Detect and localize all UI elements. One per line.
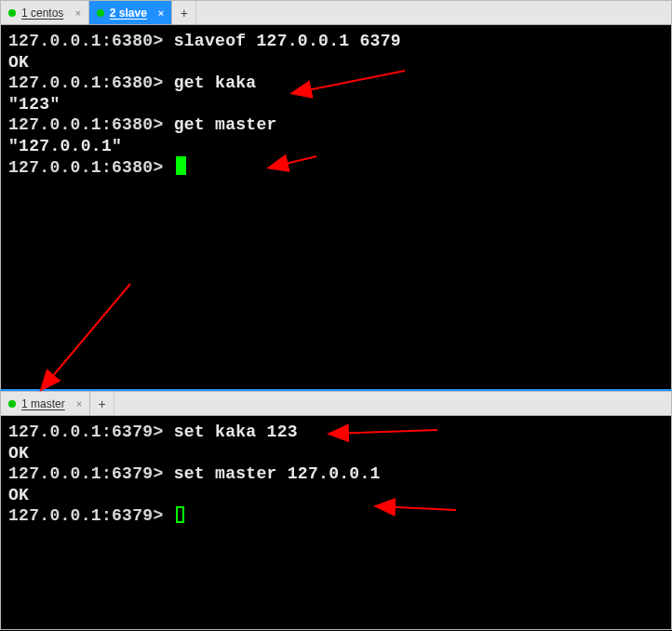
terminal-line: 127.0.0.1:6379> set master 127.0.0.1 xyxy=(8,463,664,485)
tab-1-centos[interactable]: 1 centos × xyxy=(1,1,89,24)
top-terminal-panel: 1 centos × 2 slave × + 127.0.0.1:6380> s… xyxy=(0,0,672,391)
command-text: get kaka xyxy=(174,74,257,92)
terminal-line: 127.0.0.1:6380> xyxy=(8,156,664,179)
command-text: slaveof 127.0.0.1 6379 xyxy=(174,32,401,50)
cursor-icon xyxy=(176,156,186,175)
command-text: set kaka 123 xyxy=(174,423,298,441)
prompt-text: 127.0.0.1:6380> xyxy=(8,158,174,177)
terminal-line: 127.0.0.1:6379> xyxy=(8,505,664,527)
prompt-text: 127.0.0.1:6380> xyxy=(8,115,174,134)
prompt-text: 127.0.0.1:6379> xyxy=(8,423,174,441)
tab-label: 1 master xyxy=(21,397,65,410)
prompt-text: 127.0.0.1:6380> xyxy=(8,32,174,50)
terminal-line: "123" xyxy=(8,94,664,115)
prompt-text: 127.0.0.1:6380> xyxy=(8,74,174,92)
terminal-line: OK xyxy=(8,52,664,74)
bottom-tab-strip: 1 master × + xyxy=(1,392,671,416)
terminal-line: 127.0.0.1:6380> slaveof 127.0.0.1 6379 xyxy=(8,31,664,52)
terminal-line: 127.0.0.1:6379> set kaka 123 xyxy=(8,422,664,443)
status-dot-icon xyxy=(8,9,16,17)
cursor-icon xyxy=(176,506,184,523)
tab-label: 1 centos xyxy=(21,7,63,20)
terminal-line: OK xyxy=(8,443,664,464)
terminal-line: 127.0.0.1:6380> get master xyxy=(8,114,664,136)
prompt-text: 127.0.0.1:6379> xyxy=(8,506,174,525)
close-icon[interactable]: × xyxy=(71,398,82,409)
tab-label: 2 slave xyxy=(110,7,147,20)
bottom-terminal-panel: 1 master × + 127.0.0.1:6379> set kaka 12… xyxy=(0,391,672,630)
tab-2-slave[interactable]: 2 slave × xyxy=(89,1,172,24)
status-dot-icon xyxy=(97,9,104,17)
prompt-text: 127.0.0.1:6379> xyxy=(8,464,174,483)
top-tab-strip: 1 centos × 2 slave × + xyxy=(1,1,671,25)
command-text: set master 127.0.0.1 xyxy=(174,464,381,483)
terminal-line: 127.0.0.1:6380> get kaka xyxy=(8,73,664,94)
terminal-line: "127.0.0.1" xyxy=(8,136,664,157)
tab-1-master[interactable]: 1 master × xyxy=(1,392,90,415)
new-tab-button[interactable]: + xyxy=(172,1,196,24)
close-icon[interactable]: × xyxy=(69,7,80,19)
new-tab-button[interactable]: + xyxy=(90,392,114,415)
bottom-terminal-body[interactable]: 127.0.0.1:6379> set kaka 123OK127.0.0.1:… xyxy=(1,416,671,629)
top-terminal-body[interactable]: 127.0.0.1:6380> slaveof 127.0.0.1 6379OK… xyxy=(1,25,671,389)
terminal-line: OK xyxy=(8,485,664,506)
command-text: get master xyxy=(174,115,277,134)
status-dot-icon xyxy=(8,400,16,408)
close-icon[interactable]: × xyxy=(153,7,164,19)
